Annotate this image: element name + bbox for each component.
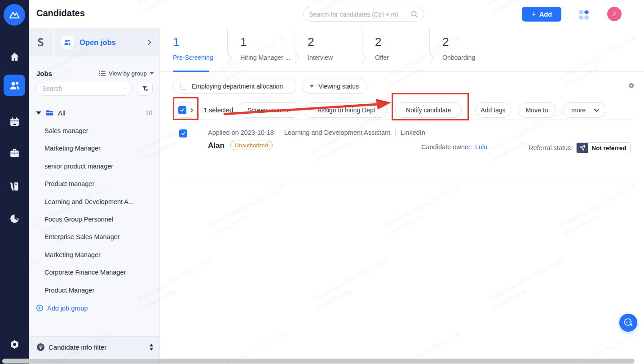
stage-label: Interview (308, 54, 333, 61)
more-button[interactable]: more (563, 102, 606, 118)
add-button-label: Add (539, 11, 552, 18)
stage-separator (295, 28, 300, 72)
apps-icon (578, 9, 589, 20)
notify-candidate-button[interactable]: Notify candidate (395, 102, 462, 118)
job-item[interactable]: Marketing Manager (29, 246, 159, 264)
add-tags-button[interactable]: Add tags (475, 102, 511, 118)
nav-reports[interactable] (0, 208, 29, 229)
jobs-search[interactable] (36, 81, 132, 96)
add-button[interactable]: + Add (522, 7, 561, 22)
owner-link[interactable]: Lulu (475, 143, 487, 151)
job-item[interactable]: Corporate Finance Manager (29, 264, 159, 281)
more-label: more (571, 107, 586, 114)
candidate-owner: Candidate owner: Lulu (421, 143, 487, 151)
stage-tab-onboarding[interactable]: 2 Onboarding (429, 28, 497, 72)
stage-tab-pre-screening[interactable]: 1 Pre-Screening (160, 28, 227, 72)
stage-tab-interview[interactable]: 2 Interview (295, 28, 362, 72)
paper-plane-icon (577, 142, 588, 153)
nav-calendar[interactable] (0, 111, 29, 132)
nav-candidates[interactable] (4, 75, 25, 96)
dept-allocation-filter[interactable]: Employing department allocation (172, 79, 296, 94)
calendar-icon (9, 116, 20, 127)
separator (279, 129, 279, 136)
app-rail (0, 0, 29, 364)
candidate-search[interactable] (303, 7, 424, 22)
caret-down-icon[interactable] (36, 111, 41, 115)
plus-icon: + (531, 10, 536, 18)
candidate-search-input[interactable] (309, 11, 410, 18)
topbar: Candidates + Add z (29, 0, 644, 28)
horizontal-scrollbar[interactable] (2, 359, 635, 364)
caret-down-icon (309, 85, 314, 88)
job-item[interactable]: Enterprise Sales Manager (29, 228, 159, 246)
job-item[interactable]: Sales manager (29, 122, 159, 140)
folder-icon (45, 109, 54, 117)
nav-home[interactable] (0, 46, 29, 67)
nav-library[interactable] (0, 175, 29, 197)
stage-tab-hiring-manager[interactable]: 1 Hiring Manager ... (227, 28, 295, 72)
selected-count: 1 selected (203, 102, 233, 118)
assign-dept-label: Assign to hiring Dept (317, 107, 375, 114)
candidate-name[interactable]: Alan (208, 141, 225, 150)
list-settings-button[interactable] (627, 82, 635, 89)
screen-resume-label: Screen resume (247, 107, 290, 114)
collapse-sidebar-button[interactable]: S (29, 28, 53, 57)
open-jobs-header[interactable]: Open jobs (54, 28, 159, 57)
add-job-group-button[interactable]: Add job group (36, 304, 88, 312)
referral-status: Referral status: Not referred (529, 142, 631, 153)
add-tags-label: Add tags (481, 107, 505, 114)
open-jobs-avatar (61, 36, 74, 49)
add-job-group-label: Add job group (47, 305, 88, 312)
books-icon (9, 181, 20, 192)
candidate-checkbox[interactable] (179, 129, 187, 138)
divider (171, 179, 633, 179)
chevron-right-icon[interactable] (189, 108, 193, 112)
stage-separator (227, 28, 233, 72)
stage-label: Hiring Manager ... (240, 54, 290, 61)
pie-chart-icon (9, 213, 20, 224)
divider (171, 120, 633, 120)
jobs-filter-button[interactable] (137, 81, 153, 96)
moka-logo[interactable] (4, 4, 25, 26)
checkbox-checked[interactable] (178, 106, 186, 114)
nav-briefcase[interactable] (0, 142, 29, 164)
jobs-search-input[interactable] (42, 85, 124, 92)
checkbox-unchecked[interactable] (180, 83, 187, 90)
screen-resume-button[interactable]: Screen resume (238, 102, 300, 118)
candidate-info-filter-label: Candidate info filter (49, 343, 106, 351)
job-item[interactable]: Product manager (29, 175, 159, 193)
app-grid-icon[interactable] (578, 9, 589, 20)
job-item[interactable]: Learning and Development A... (29, 193, 159, 211)
page-title: Candidates (36, 8, 85, 18)
job-group-all[interactable]: All 10 (36, 107, 152, 119)
job-item[interactable]: Product Manager (29, 282, 159, 299)
mountain-logo-icon (8, 8, 21, 22)
jobs-header-row: Jobs View by group (36, 67, 154, 79)
job-group-all-label: All (58, 109, 66, 117)
chevron-right-icon (146, 40, 151, 45)
stage-count: 2 (375, 35, 381, 49)
viewing-status-dropdown[interactable]: Viewing status (302, 79, 367, 94)
chat-support-button[interactable] (619, 314, 637, 332)
referral-badge[interactable]: Not referred (576, 142, 630, 153)
expand-collapse-icon[interactable] (150, 344, 153, 351)
move-to-button[interactable]: Move to (518, 102, 556, 118)
stage-count: 1 (240, 35, 247, 49)
select-all-control[interactable] (172, 102, 198, 118)
assign-to-hiring-dept-button[interactable]: Assign to hiring Dept (304, 102, 388, 118)
stage-count: 2 (442, 35, 449, 49)
move-to-label: Move to (526, 107, 548, 114)
view-by-group-dropdown[interactable]: View by group (99, 70, 154, 77)
candidate-info-filter[interactable]: Candidate info filter (29, 336, 159, 357)
stage-count: 1 (173, 35, 179, 49)
stage-tab-offer[interactable]: 2 Offer (362, 28, 429, 72)
view-by-group-label: View by group (109, 70, 147, 77)
job-item[interactable]: Focus Group Personnel (29, 211, 159, 228)
job-item[interactable]: Marketing Manager (29, 140, 159, 157)
nav-settings[interactable] (0, 333, 29, 355)
notify-candidate-label: Notify candidate (406, 107, 451, 114)
job-item[interactable]: senior product manager (29, 158, 159, 175)
home-icon (9, 51, 20, 62)
filter-circle-icon (36, 343, 45, 351)
user-avatar[interactable]: z (607, 7, 622, 21)
